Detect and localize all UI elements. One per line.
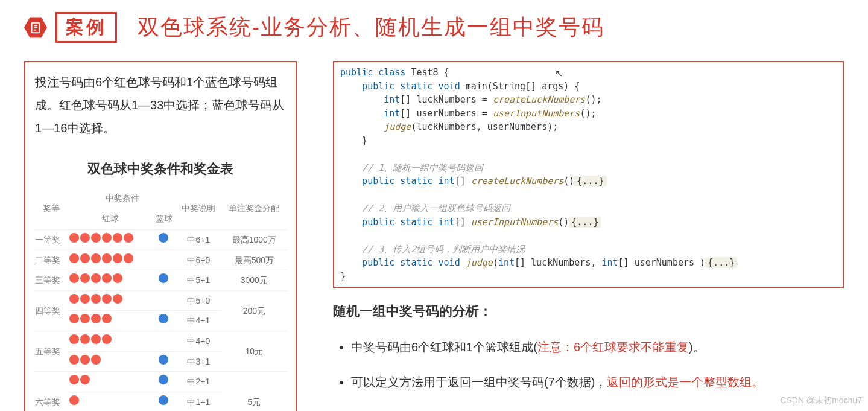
col-desc: 中奖说明 — [176, 188, 221, 230]
analysis-list: 中奖号码由6个红球和1个篮球组成(注意：6个红球要求不能重复)。 可以定义方法用… — [333, 333, 844, 397]
table-title: 双色球中奖条件和奖金表 — [34, 156, 287, 182]
tag-label: 案例 — [55, 12, 117, 43]
prize-table: 奖等 中奖条件 中奖说明 单注奖金分配 红球 篮球 一等奖中6+1最高1000万… — [34, 188, 287, 411]
table-row: 四等奖中5+0200元 — [34, 290, 287, 311]
col-level: 奖等 — [34, 188, 68, 230]
intro-text: 投注号码由6个红色球号码和1个蓝色球号码组成。红色球号码从1—33中选择；蓝色球… — [34, 68, 287, 145]
code-block: public class Test8 { public static void … — [333, 61, 844, 288]
case-icon — [24, 16, 47, 39]
col-payout: 单注奖金分配 — [221, 188, 287, 230]
mouse-cursor-icon: ↖ — [555, 68, 563, 79]
analysis-title: 随机一组中奖号码的分析： — [333, 302, 844, 320]
header: 案例 双色球系统-业务分析、随机生成一组中奖号码 — [24, 12, 844, 43]
page-title: 双色球系统-业务分析、随机生成一组中奖号码 — [138, 13, 604, 42]
col-blue: 篮球 — [152, 208, 176, 229]
rules-box: 投注号码由6个红色球号码和1个蓝色球号码组成。红色球号码从1—33中选择；蓝色球… — [24, 61, 297, 411]
col-cond: 中奖条件 — [68, 188, 176, 209]
table-row: 六等奖中2+15元 — [34, 372, 287, 392]
bullet-1: 中奖号码由6个红球和1个篮球组成(注意：6个红球要求不能重复)。 — [351, 333, 844, 362]
bullet-2: 可以定义方法用于返回一组中奖号码(7个数据)，返回的形式是一个整型数组。 — [351, 368, 844, 397]
table-row: 三等奖中5+13000元 — [34, 270, 287, 291]
watermark: CSDN @未初mochu7 — [780, 395, 862, 406]
col-red: 红球 — [68, 208, 152, 229]
table-row: 二等奖中6+0最高500万 — [34, 250, 287, 270]
table-row: 一等奖中6+1最高1000万 — [34, 229, 287, 250]
table-row: 五等奖中4+010元 — [34, 331, 287, 351]
